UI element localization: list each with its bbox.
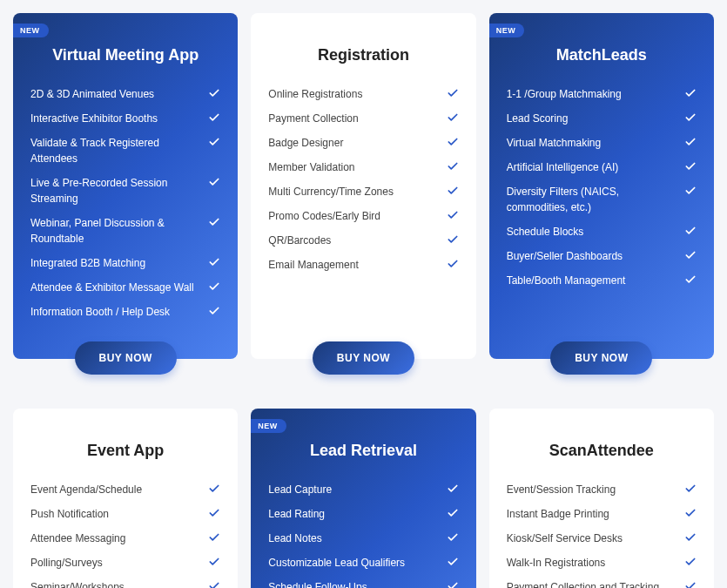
feature-label: Customizable Lead Qualifiers — [268, 555, 439, 571]
check-icon — [208, 280, 220, 293]
feature-item: Event/Session Tracking — [507, 477, 697, 502]
feature-label: Multi Currency/Time Zones — [268, 184, 439, 199]
feature-label: Webinar, Panel Discussion & Roundtable — [30, 215, 201, 247]
check-icon — [208, 136, 220, 148]
feature-item: Live & Pre-Recorded Session Streaming — [30, 171, 220, 211]
check-icon — [208, 531, 220, 544]
feature-list: Lead Capture Lead Rating Lead Notes Cust… — [268, 477, 458, 588]
feature-item: Instant Badge Printing — [507, 502, 697, 526]
pricing-grid: NEWVirtual Meeting App 2D & 3D Animated … — [13, 13, 714, 588]
feature-item: Validate & Track Registered Attendees — [30, 131, 220, 171]
feature-item: Online Registrations — [268, 82, 458, 106]
feature-item: Lead Scoring — [507, 106, 697, 131]
feature-label: Diversity Filters (NAICS, commodities, e… — [507, 184, 677, 215]
pricing-card: Event App Event Agenda/Schedule Push Not… — [13, 409, 238, 588]
check-icon — [447, 258, 459, 270]
feature-label: Interactive Exhibitor Booths — [30, 111, 201, 126]
check-icon — [447, 233, 459, 246]
feature-item: Diversity Filters (NAICS, commodities, e… — [507, 179, 697, 220]
feature-label: Event/Session Tracking — [507, 482, 677, 497]
check-icon — [684, 274, 697, 286]
feature-item: Attendee & Exhibitor Message Wall — [30, 275, 220, 300]
feature-item: Push Notification — [30, 502, 220, 526]
check-icon — [684, 225, 697, 237]
feature-label: Polling/Surveys — [30, 555, 201, 571]
check-icon — [684, 507, 697, 519]
feature-item: Lead Rating — [268, 502, 458, 526]
feature-label: Lead Capture — [268, 482, 439, 497]
check-icon — [684, 556, 697, 568]
feature-label: Instant Badge Printing — [507, 506, 677, 522]
pricing-card: NEWVirtual Meeting App 2D & 3D Animated … — [13, 13, 238, 359]
check-icon — [208, 216, 220, 228]
buy-now-button[interactable]: BUY NOW — [550, 341, 652, 375]
check-icon — [447, 580, 459, 588]
check-icon — [208, 556, 220, 568]
feature-label: 1-1 /Group Matchmaking — [507, 86, 677, 102]
feature-label: Attendee Messaging — [30, 531, 201, 546]
check-icon — [447, 112, 459, 124]
feature-item: Seminar/Workshops — [30, 575, 220, 588]
check-icon — [447, 556, 459, 568]
feature-item: Lead Capture — [268, 477, 458, 502]
feature-item: QR/Barcodes — [268, 228, 458, 253]
feature-item: Walk-In Registrations — [507, 551, 697, 575]
new-badge: NEW — [251, 419, 286, 433]
card-title: Lead Retrieval — [268, 442, 458, 460]
feature-label: Promo Codes/Early Bird — [268, 208, 439, 224]
feature-item: Member Validation — [268, 155, 458, 179]
feature-label: Payment Collection — [268, 111, 439, 126]
check-icon — [447, 531, 459, 544]
check-icon — [684, 531, 697, 544]
feature-label: Schedule Blocks — [507, 224, 677, 240]
feature-label: Event Agenda/Schedule — [30, 482, 201, 497]
feature-item: Kiosk/Self Service Desks — [507, 526, 697, 551]
feature-label: Live & Pre-Recorded Session Streaming — [30, 175, 201, 206]
feature-label: Badge Designer — [268, 135, 439, 151]
check-icon — [684, 160, 697, 172]
feature-label: Seminar/Workshops — [30, 579, 201, 588]
check-icon — [208, 580, 220, 588]
feature-item: Virtual Matchmaking — [507, 131, 697, 155]
check-icon — [684, 580, 697, 588]
feature-item: Email Management — [268, 253, 458, 277]
feature-label: Lead Scoring — [507, 111, 677, 126]
feature-list: 1-1 /Group Matchmaking Lead Scoring Virt… — [507, 82, 697, 324]
card-title: Event App — [30, 442, 220, 460]
feature-item: Lead Notes — [268, 526, 458, 551]
pricing-card: Registration Online Registrations Paymen… — [251, 13, 475, 359]
check-icon — [208, 507, 220, 519]
feature-label: Integrated B2B Matching — [30, 255, 201, 271]
feature-item: Interactive Exhibitor Booths — [30, 106, 220, 131]
check-icon — [447, 160, 459, 172]
check-icon — [208, 112, 220, 124]
feature-label: Virtual Matchmaking — [507, 135, 677, 151]
feature-label: Lead Rating — [268, 506, 439, 522]
card-title: ScanAttendee — [507, 442, 697, 460]
new-badge: NEW — [489, 24, 525, 37]
feature-label: Push Notification — [30, 506, 201, 522]
check-icon — [208, 483, 220, 495]
check-icon — [447, 87, 459, 99]
check-icon — [208, 176, 220, 188]
feature-list: 2D & 3D Animated Venues Interactive Exhi… — [30, 82, 220, 324]
feature-item: Badge Designer — [268, 131, 458, 155]
check-icon — [208, 87, 220, 99]
feature-item: Schedule Blocks — [507, 220, 697, 244]
feature-list: Event/Session Tracking Instant Badge Pri… — [507, 477, 697, 588]
buy-now-button[interactable]: BUY NOW — [75, 341, 177, 375]
check-icon — [684, 249, 697, 261]
feature-label: Email Management — [268, 257, 439, 273]
feature-label: Online Registrations — [268, 86, 439, 102]
feature-item: Attendee Messaging — [30, 526, 220, 551]
feature-label: Attendee & Exhibitor Message Wall — [30, 280, 201, 295]
feature-label: Schedule Follow-Ups — [268, 579, 439, 588]
check-icon — [684, 136, 697, 148]
feature-item: Promo Codes/Early Bird — [268, 204, 458, 228]
buy-now-button[interactable]: BUY NOW — [313, 341, 414, 375]
check-icon — [447, 185, 459, 197]
feature-label: Payment Collection and Tracking — [507, 579, 677, 588]
check-icon — [447, 136, 459, 148]
feature-list: Online Registrations Payment Collection … — [268, 82, 458, 324]
feature-item: Schedule Follow-Ups — [268, 575, 458, 588]
